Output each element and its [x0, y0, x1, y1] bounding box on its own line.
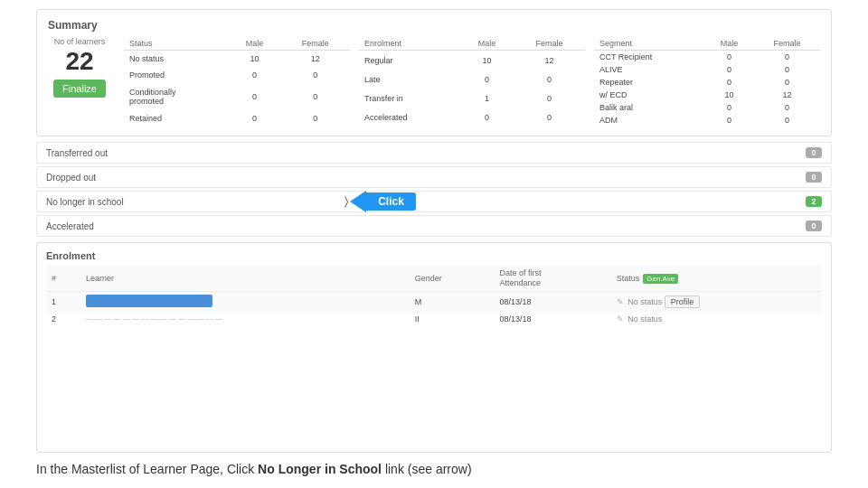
table-row: CCT Recipient 0 0 [594, 51, 820, 64]
no-longer-in-school-badge: 2 [806, 196, 822, 207]
col-date: Date of firstAttendance [494, 266, 610, 291]
col-spacer3 [323, 266, 366, 291]
click-arrow: Click [350, 191, 416, 212]
row-status: ✎ No status [611, 312, 822, 326]
table-row: Conditionallypromoted 0 0 [124, 83, 350, 110]
enrol-col-header: Enrolment [359, 37, 460, 51]
table-row: No status 10 12 [124, 51, 350, 67]
status-male: 0 [229, 110, 280, 127]
status-name: Promoted [124, 67, 229, 83]
seg-name: Balik aral [594, 101, 704, 114]
transferred-out-row[interactable]: Transferred out 0 [36, 142, 832, 164]
row-num: 1 [46, 291, 80, 312]
profile-button[interactable]: Profile [665, 296, 701, 308]
row-date: 08/13/18 [494, 312, 610, 326]
table-row: Repeater 0 0 [594, 76, 820, 89]
accelerated-label: Accelerated [46, 221, 806, 231]
status-male: 10 [229, 51, 280, 67]
status-male-header: Male [229, 37, 280, 51]
accelerated-badge: 0 [806, 221, 822, 231]
transferred-out-badge: 0 [806, 147, 822, 158]
table-row: Retained 0 0 [124, 110, 350, 127]
enrol-male: 0 [460, 108, 514, 127]
status-male: 0 [229, 83, 280, 110]
row-gender: M [410, 291, 495, 312]
click-label: Click [378, 195, 404, 208]
seg-name: ADM [594, 114, 704, 127]
enrol-type: Late [359, 70, 460, 89]
status-col-header: Status [124, 37, 229, 51]
seg-female: 0 [754, 101, 820, 114]
col-gender: Gender [410, 266, 495, 291]
status-name: Conditionallypromoted [124, 83, 229, 110]
table-row: Promoted 0 0 [124, 67, 350, 83]
dropped-out-badge: 0 [806, 172, 822, 183]
col-spacer4 [366, 266, 410, 291]
learner-count-number: 22 [65, 49, 93, 74]
table-row: Balik aral 0 0 [594, 101, 820, 114]
col-spacer2 [279, 266, 323, 291]
learner-name-cell [80, 291, 410, 312]
seg-col-header: Segment [594, 37, 704, 51]
enrol-female: 0 [514, 89, 585, 108]
enrolment-section: Enrolment # Learner Gender Date of first… [36, 242, 832, 453]
status-name: Retained [124, 110, 229, 127]
enrol-male: 0 [460, 70, 514, 89]
bottom-text-prefix: In the Masterlist of Learner Page, Click [36, 462, 258, 476]
summary-tables: Status Male Female No status 10 12 Promo… [124, 37, 820, 127]
table-row: Transfer in 1 0 [359, 89, 585, 108]
row-date: 08/13/18 [494, 291, 610, 312]
seg-name: ALIVE [594, 63, 704, 76]
dropped-out-row[interactable]: Dropped out 0 [36, 166, 832, 188]
status-female: 12 [280, 51, 350, 67]
status-name: No status [124, 51, 229, 67]
col-spacer1 [236, 266, 279, 291]
row-num: 2 [46, 312, 80, 326]
enrol-male: 10 [460, 51, 514, 70]
seg-male: 0 [704, 101, 754, 114]
seg-name: w/ ECD [594, 89, 704, 101]
no-of-learners-label: No of learners [54, 37, 106, 47]
learner-count-box: No of learners 22 Finalize [48, 37, 111, 98]
cursor-icon: 〉 [344, 194, 348, 209]
page-container: Summary No of learners 22 Finalize Statu… [0, 0, 868, 488]
seg-female-header: Female [754, 37, 820, 51]
seg-female: 12 [754, 89, 820, 101]
learner-name-blue [86, 295, 212, 307]
info-rows-section: Transferred out 0 Dropped out 0 No longe… [36, 142, 832, 237]
col-num: # [46, 266, 80, 291]
enrol-male: 1 [460, 89, 514, 108]
seg-male: 0 [704, 114, 754, 127]
enrolment-header-row: # Learner Gender Date of firstAttendance… [46, 266, 822, 291]
summary-top: No of learners 22 Finalize Status Male F… [48, 37, 820, 127]
table-row: 1 M 08/13/18 ✎ No status Profile [46, 291, 822, 312]
bottom-instruction: In the Masterlist of Learner Page, Click… [36, 460, 832, 479]
enrol-female: 0 [514, 70, 585, 89]
status-female: 0 [280, 110, 350, 127]
enrol-type: Regular [359, 51, 460, 70]
edit-icon: ✎ [617, 297, 624, 306]
status-table: Status Male Female No status 10 12 Promo… [124, 37, 350, 127]
summary-card: Summary No of learners 22 Finalize Statu… [36, 9, 832, 136]
seg-male: 0 [704, 76, 754, 89]
edit-icon: ✎ [617, 314, 624, 324]
table-row: Late 0 0 [359, 70, 585, 89]
enrol-type: Transfer in [359, 89, 460, 108]
status-value: No status [627, 314, 662, 324]
table-row: w/ ECD 10 12 [594, 89, 820, 101]
accelerated-row[interactable]: Accelerated 0 [36, 215, 832, 237]
enrolment-summary-table: Enrolment Male Female Regular 10 12 Late [359, 37, 585, 127]
enrol-type: Accelerated [359, 108, 460, 127]
enrolment-title: Enrolment [46, 250, 822, 261]
finalize-button[interactable]: Finalize [53, 80, 106, 98]
no-longer-in-school-row[interactable]: No longer in school 2 〉 Click [36, 191, 832, 212]
bottom-text-suffix: link (see arrow) [382, 462, 472, 476]
no-longer-in-school-label: No longer in school [46, 197, 806, 207]
learner-name-cell: — — — — — — — — — — — — — — — [80, 312, 410, 326]
seg-female: 0 [754, 63, 820, 76]
segment-table: Segment Male Female CCT Recipient 0 0 AL… [594, 37, 820, 127]
status-female-header: Female [280, 37, 350, 51]
status-male: 0 [229, 67, 280, 83]
seg-name: CCT Recipient [594, 51, 704, 64]
table-row: Regular 10 12 [359, 51, 585, 70]
